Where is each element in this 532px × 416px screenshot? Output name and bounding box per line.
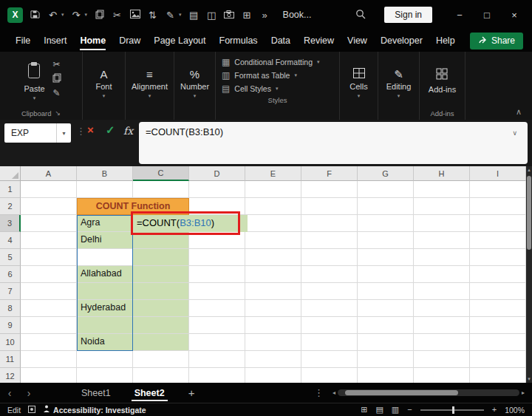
- cell-H4[interactable]: [414, 232, 470, 249]
- cell-styles-button[interactable]: ▤ Cell Styles ▾: [222, 84, 333, 93]
- sheet-tab-sheet2[interactable]: Sheet2: [123, 383, 177, 403]
- cell-F2[interactable]: [301, 198, 358, 215]
- cell-E4[interactable]: [245, 232, 301, 249]
- cell-E10[interactable]: [245, 334, 301, 351]
- cell-I7[interactable]: [470, 283, 526, 300]
- cell-I6[interactable]: [470, 266, 526, 283]
- page-layout-view-icon[interactable]: ▤: [375, 406, 383, 414]
- cell-B10[interactable]: Noida: [77, 334, 133, 351]
- cell-F9[interactable]: [301, 317, 358, 334]
- cell-C9[interactable]: [133, 317, 189, 334]
- cell-I1[interactable]: [470, 181, 526, 198]
- cell-B3[interactable]: Agra: [77, 215, 133, 232]
- cell-G2[interactable]: [358, 198, 414, 215]
- document-title[interactable]: Book...: [283, 10, 312, 20]
- cell-B5[interactable]: [77, 249, 133, 266]
- cell-C10[interactable]: [133, 334, 189, 351]
- confirm-formula-icon[interactable]: ✓: [106, 124, 115, 135]
- ribbon-group-number[interactable]: % Number ▾: [174, 52, 216, 120]
- column-header-H[interactable]: H: [414, 166, 470, 181]
- cell-A11[interactable]: [21, 351, 77, 368]
- cell-F6[interactable]: [301, 266, 358, 283]
- cell-E5[interactable]: [245, 249, 301, 266]
- cell-A4[interactable]: [21, 232, 77, 249]
- cell-G7[interactable]: [358, 283, 414, 300]
- format-painter-icon[interactable]: ✎: [165, 10, 176, 20]
- cell-A7[interactable]: [21, 283, 77, 300]
- redo-dropdown-icon[interactable]: ▾: [85, 12, 88, 18]
- sheet-tabs-menu-icon[interactable]: ⋮: [308, 387, 330, 398]
- cell-I8[interactable]: [470, 300, 526, 317]
- add-sheet-button[interactable]: +: [177, 386, 207, 399]
- cell-A8[interactable]: [21, 300, 77, 317]
- row-header-4[interactable]: 4: [0, 232, 21, 249]
- active-cell-editor[interactable]: =COUNT(B3:B10): [133, 215, 248, 232]
- menu-insert[interactable]: Insert: [37, 30, 73, 51]
- row-header-6[interactable]: 6: [0, 266, 21, 283]
- cell-E3[interactable]: [245, 215, 301, 232]
- cell-A1[interactable]: [21, 181, 77, 198]
- copy-button[interactable]: [52, 73, 61, 84]
- row-header-10[interactable]: 10: [0, 334, 21, 351]
- cell-C1[interactable]: [133, 181, 189, 198]
- cancel-formula-icon[interactable]: ×: [87, 124, 94, 135]
- cell-D6[interactable]: [189, 266, 245, 283]
- cell-C12[interactable]: [133, 368, 189, 383]
- column-header-F[interactable]: F: [301, 166, 358, 181]
- formula-bar-expand-icon[interactable]: ∨: [512, 129, 517, 137]
- copy-icon[interactable]: [94, 10, 105, 21]
- zoom-in-icon[interactable]: +: [492, 406, 497, 414]
- ribbon-group-font[interactable]: A Font ▾: [83, 52, 126, 120]
- scroll-up-icon[interactable]: ▴: [526, 166, 532, 174]
- cell-H7[interactable]: [414, 283, 470, 300]
- column-header-A[interactable]: A: [21, 166, 77, 181]
- cell-B8[interactable]: Hyderabad: [77, 300, 133, 317]
- cell-C5[interactable]: [133, 249, 189, 266]
- ribbon-group-alignment[interactable]: ≡ Alignment ▾: [126, 52, 174, 120]
- row-header-5[interactable]: 5: [0, 249, 21, 266]
- cell-I4[interactable]: [470, 232, 526, 249]
- name-box-dropdown-icon[interactable]: ▾: [56, 123, 71, 143]
- cell-G10[interactable]: [358, 334, 414, 351]
- clipboard-dialog-launcher-icon[interactable]: ↘: [55, 109, 61, 117]
- cell-I2[interactable]: [470, 198, 526, 215]
- column-header-E[interactable]: E: [245, 166, 301, 181]
- cell-G12[interactable]: [358, 368, 414, 383]
- page-break-view-icon[interactable]: ▥: [392, 406, 399, 414]
- row-header-12[interactable]: 12: [0, 368, 21, 383]
- zoom-slider[interactable]: [420, 409, 484, 411]
- cell-A10[interactable]: [21, 334, 77, 351]
- column-header-B[interactable]: B: [77, 166, 133, 181]
- minimize-button[interactable]: −: [449, 10, 470, 21]
- cell-H3[interactable]: [414, 215, 470, 232]
- undo-dropdown-icon[interactable]: ▾: [61, 12, 64, 18]
- cell-B12[interactable]: [77, 368, 133, 383]
- camera-icon[interactable]: [224, 10, 235, 20]
- row-header-11[interactable]: 11: [0, 351, 21, 368]
- cell-C7[interactable]: [133, 283, 189, 300]
- redo-icon[interactable]: ↷: [71, 10, 82, 20]
- cell-H6[interactable]: [414, 266, 470, 283]
- cut-button[interactable]: ✂: [53, 60, 61, 69]
- picture-icon[interactable]: [129, 10, 140, 20]
- cell-I11[interactable]: [470, 351, 526, 368]
- cell-H11[interactable]: [414, 351, 470, 368]
- format-painter-dropdown-icon[interactable]: ▾: [179, 12, 182, 18]
- cell-mode-indicator[interactable]: Edit: [7, 406, 21, 415]
- cell-C11[interactable]: [133, 351, 189, 368]
- borders-icon[interactable]: ⊞: [242, 10, 253, 20]
- horizontal-scrollbar-thumb[interactable]: [345, 390, 458, 395]
- cell-F8[interactable]: [301, 300, 358, 317]
- page-icon[interactable]: ▤: [188, 10, 200, 20]
- menu-file[interactable]: File: [9, 30, 37, 51]
- cell-F1[interactable]: [301, 181, 358, 198]
- cell-B7[interactable]: [77, 283, 133, 300]
- cell-G6[interactable]: [358, 266, 414, 283]
- cell-B1[interactable]: [77, 181, 133, 198]
- format-painter-button[interactable]: ✎: [53, 89, 61, 98]
- addins-button[interactable]: Add-ins: [423, 55, 461, 106]
- cell-D1[interactable]: [189, 181, 245, 198]
- next-sheet-icon[interactable]: ›: [19, 387, 38, 399]
- cell-D9[interactable]: [189, 317, 245, 334]
- insert-function-icon[interactable]: fx: [123, 126, 133, 136]
